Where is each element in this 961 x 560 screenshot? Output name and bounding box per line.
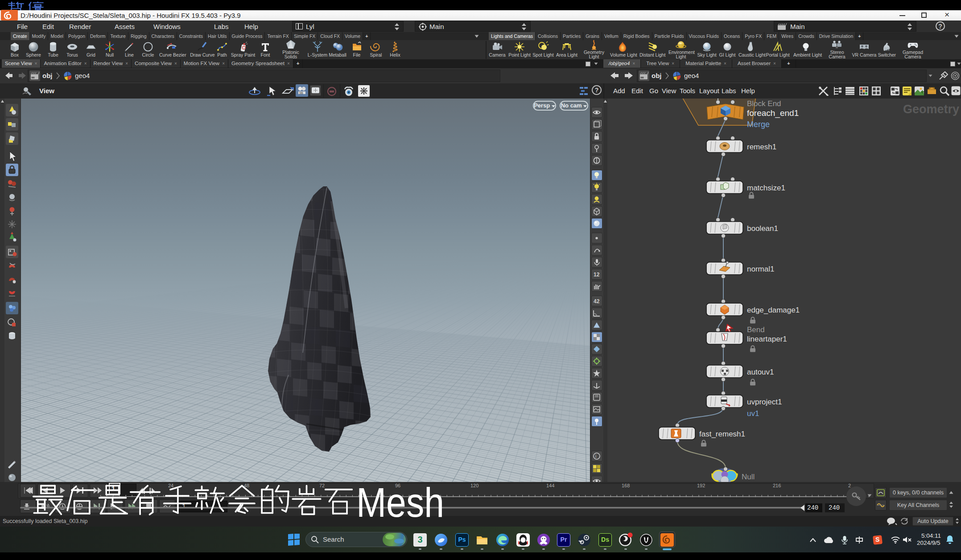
svg-text:fast_remesh1: fast_remesh1 [699,430,745,438]
svg-text:9B: 9B [299,91,303,95]
svg-text:uv1: uv1 [747,409,759,418]
svg-text:i: i [595,454,596,459]
svg-text:Block End: Block End [747,99,781,108]
svg-text:boolean1: boolean1 [747,224,778,233]
svg-text:edge_damage1: edge_damage1 [747,306,800,314]
svg-text:42: 42 [594,298,600,305]
svg-text:Bend: Bend [747,325,765,334]
svg-text:lineartaper1: lineartaper1 [747,335,787,343]
svg-text:Null: Null [742,473,755,481]
svg-text:uvproject1: uvproject1 [747,398,782,406]
svg-text:Merge: Merge [747,120,770,129]
svg-text:normal1: normal1 [747,265,774,273]
svg-text:autouv1: autouv1 [747,368,774,376]
svg-text:12: 12 [594,272,600,278]
svg-text:foreach_end1: foreach_end1 [747,108,799,118]
svg-text:matchsize1: matchsize1 [747,184,785,192]
svg-text:remesh1: remesh1 [747,143,776,151]
